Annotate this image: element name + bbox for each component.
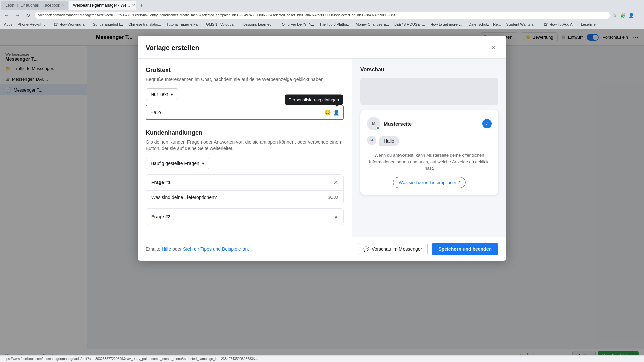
frage-2-expand[interactable]: ∨ bbox=[334, 214, 338, 220]
faq-type-arrow: ▾ bbox=[202, 161, 204, 166]
back-button[interactable]: ← bbox=[3, 11, 11, 19]
frage-1-card: Frage #1 ✕ 30/80 bbox=[146, 174, 344, 204]
modal-body: Grußtext Begrüße Interessenten im Chat, … bbox=[138, 59, 506, 237]
personalize-icon[interactable]: 👤 Personalisierung einfügen bbox=[333, 109, 340, 115]
modal-footer: Erhalte Hilfe oder Sieh dir Tipps und Be… bbox=[138, 237, 506, 261]
frage-1-header: Frage #1 ✕ bbox=[146, 175, 343, 191]
bookmark-5[interactable]: Tutorial: Eigene Fa... bbox=[165, 22, 202, 27]
faq-type-dropdown[interactable]: Häufig gestellte Fragen ▾ bbox=[146, 158, 209, 169]
more-icon[interactable]: ⋮ bbox=[637, 13, 641, 18]
greeting-text-input[interactable] bbox=[150, 110, 330, 115]
frage-2-header: Frage #2 ∨ bbox=[146, 209, 343, 225]
frage-1-close[interactable]: ✕ bbox=[334, 179, 338, 186]
greeting-title: Grußtext bbox=[146, 67, 344, 74]
check-icon: ✓ bbox=[485, 121, 489, 126]
modal-overlay: Vorlage erstellen ✕ Grußtext Begrüße Int… bbox=[0, 29, 644, 362]
bookmark-apps[interactable]: Apps bbox=[3, 22, 14, 27]
browser-chrome: Leon R. Chaudhari | Facebook ✕ Werbeanze… bbox=[0, 0, 644, 20]
address-bar[interactable]: facebook.com/adsmanager/manage/ads/edit?… bbox=[35, 12, 610, 19]
status-url: https://www.facebook.com/adsmanager/mana… bbox=[3, 357, 258, 361]
frage-1-input[interactable] bbox=[151, 195, 325, 200]
quick-reply-text: Was sind deine Lieferoptionen? bbox=[399, 180, 460, 185]
bookmark-4[interactable]: Chinese translatio... bbox=[127, 22, 162, 27]
bookmark-lesehilfe[interactable]: Lesehilfe bbox=[580, 22, 597, 27]
save-button[interactable]: Speichern und beenden bbox=[432, 243, 498, 255]
messenger-preview-button[interactable]: 💬 Vorschau im Messenger bbox=[358, 243, 428, 255]
modal-vorlage-erstellen: Vorlage erstellen ✕ Grußtext Begrüße Int… bbox=[138, 36, 506, 261]
preview-page-info: M Musterseite bbox=[367, 117, 412, 130]
bookmark-2[interactable]: (1) How Working a... bbox=[53, 22, 89, 27]
modal-close-button[interactable]: ✕ bbox=[488, 42, 498, 53]
preview-page-header: M Musterseite ✓ bbox=[367, 117, 492, 130]
format-dropdown[interactable]: Nur Text ▾ bbox=[146, 88, 178, 100]
preview-page-name: Musterseite bbox=[384, 121, 412, 127]
bookmark-14[interactable]: Student Wants an... bbox=[505, 22, 540, 27]
modal-footer-actions: 💬 Vorschau im Messenger Speichern und be… bbox=[358, 243, 498, 255]
msg-avatar-letter: M bbox=[370, 139, 373, 142]
bookmark-11[interactable]: LEE 'S HOUSE -... bbox=[393, 22, 426, 27]
messenger-preview-label: Vorschau im Messenger bbox=[372, 246, 422, 252]
new-tab-button[interactable]: + bbox=[137, 1, 146, 10]
preview-msg-bubble: Hallo bbox=[379, 136, 399, 146]
frage-1-counter: 30/80 bbox=[328, 195, 338, 200]
profile-icon[interactable]: 👤 bbox=[628, 13, 634, 18]
personalize-tooltip: Personalisierung einfügen bbox=[285, 94, 343, 105]
format-dropdown-arrow: ▾ bbox=[171, 92, 173, 97]
browser-tab-1[interactable]: Leon R. Chaudhari | Facebook ✕ bbox=[1, 1, 68, 10]
bookmark-3[interactable]: Sonderangebot |... bbox=[92, 22, 124, 27]
greeting-text-container: 😊 👤 Personalisierung einfügen bbox=[146, 105, 344, 120]
bookmark-12[interactable]: How to get more v... bbox=[429, 22, 465, 27]
help-link[interactable]: Hilfe bbox=[162, 246, 171, 252]
preview-msg-text: Hallo bbox=[384, 138, 394, 144]
tab-1-close[interactable]: ✕ bbox=[62, 3, 65, 7]
preview-card: M Musterseite ✓ bbox=[360, 110, 498, 195]
modal-footer-help: Erhalte Hilfe oder Sieh dir Tipps und Be… bbox=[146, 246, 249, 252]
star-icon[interactable]: ☆ bbox=[613, 13, 617, 18]
format-dropdown-label: Nur Text bbox=[151, 92, 168, 97]
tips-link[interactable]: Sieh dir Tipps und Beispiele an. bbox=[183, 246, 249, 252]
preview-quick-reply: Was sind deine Lieferoptionen? bbox=[367, 177, 492, 188]
frage-1-input-row: 30/80 bbox=[146, 191, 343, 204]
bookmark-6[interactable]: GMSN - Vologda,... bbox=[205, 22, 239, 27]
browser-icons: ☆ 🧩 👤 ⋮ bbox=[613, 13, 641, 18]
messenger-icon: 💬 bbox=[363, 246, 369, 252]
emoji-icon[interactable]: 😊 bbox=[324, 109, 331, 115]
modal-header: Vorlage erstellen ✕ bbox=[138, 36, 506, 59]
bookmark-8[interactable]: Qing Fei De Yi - Y... bbox=[281, 22, 316, 27]
browser-addressbar: ← → ↻ facebook.com/adsmanager/manage/ads… bbox=[0, 11, 644, 20]
bookmark-15[interactable]: (2) How To Add A... bbox=[543, 22, 577, 27]
extensions-icon[interactable]: 🧩 bbox=[620, 13, 626, 18]
tab-2-close[interactable]: ✕ bbox=[132, 3, 135, 7]
avatar-letter: M bbox=[372, 121, 375, 126]
faq-type-label: Häufig gestellte Fragen bbox=[151, 161, 199, 166]
quick-reply-button[interactable]: Was sind deine Lieferoptionen? bbox=[393, 177, 466, 188]
customer-actions-section: Kundenhandlungen Gib deinen Kunden Frage… bbox=[146, 129, 344, 225]
frage-2-title: Frage #2 bbox=[151, 214, 171, 219]
greeting-desc: Begrüße Interessenten im Chat, nachdem s… bbox=[146, 76, 344, 83]
fb-background: Werbeanzeige Messenger T... 📁 Traffic to… bbox=[0, 29, 644, 362]
verified-badge: ✓ bbox=[482, 119, 492, 128]
modal-right-panel: Vorschau M Musterseite bbox=[352, 59, 506, 237]
url-text: facebook.com/adsmanager/manage/ads/edit?… bbox=[38, 13, 395, 17]
refresh-button[interactable]: ↻ bbox=[24, 11, 32, 19]
help-text-1: Erhalte bbox=[146, 246, 160, 252]
online-dot bbox=[376, 126, 380, 130]
modal-title: Vorlage erstellen bbox=[146, 44, 199, 52]
status-bar: https://www.facebook.com/adsmanager/mana… bbox=[0, 355, 644, 362]
frage-2-card: Frage #2 ∨ bbox=[146, 208, 344, 225]
bookmark-9[interactable]: The Top 3 Platfor... bbox=[318, 22, 352, 27]
preview-message: M Hallo bbox=[367, 136, 492, 146]
bookmark-1[interactable]: Phone Recycling... bbox=[16, 22, 50, 27]
modal-left-panel: Grußtext Begrüße Interessenten im Chat, … bbox=[138, 59, 352, 237]
preview-title: Vorschau bbox=[360, 67, 498, 73]
kundenhandlungen-title: Kundenhandlungen bbox=[146, 129, 344, 136]
browser-tab-2[interactable]: Werbeanzeigenmanager - We... ✕ bbox=[69, 1, 136, 10]
bookmark-7[interactable]: Lessons Learned f... bbox=[242, 22, 278, 27]
bookmark-13[interactable]: Datenschutz – Re... bbox=[467, 22, 502, 27]
forward-button[interactable]: → bbox=[13, 11, 21, 19]
frage-1-title: Frage #1 bbox=[151, 180, 171, 185]
bookmark-10[interactable]: Money Changes E... bbox=[354, 22, 390, 27]
help-text-2: oder bbox=[172, 246, 182, 252]
preview-top-image bbox=[360, 78, 498, 105]
preview-info-text: Wenn du antwortest, kann Musterseite dei… bbox=[367, 152, 492, 172]
